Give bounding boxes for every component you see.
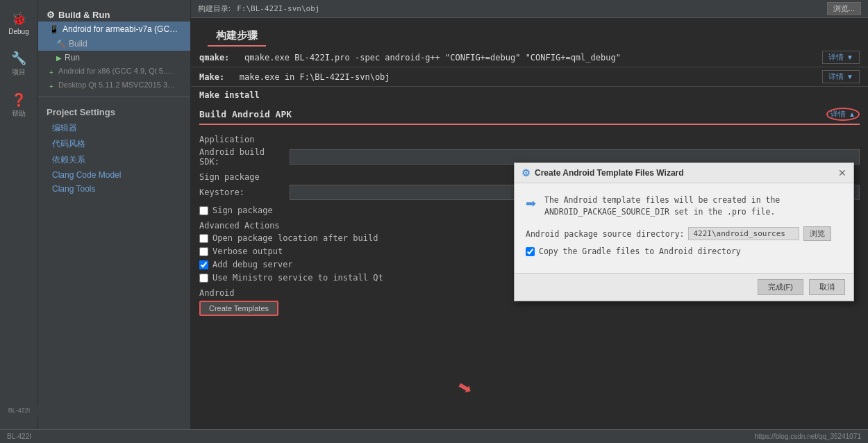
settings-editor[interactable]: 编辑器 xyxy=(38,120,190,136)
project-icon: 🔧 xyxy=(11,51,26,66)
build-sub-item[interactable]: 🔨 Build xyxy=(38,37,190,51)
help-icon: ❓ xyxy=(11,92,26,108)
dialog-browse-button[interactable]: 浏览 xyxy=(803,226,831,241)
dialog-cancel-button[interactable]: 取消 xyxy=(809,279,845,295)
build-run-icon: ⚙ xyxy=(47,10,55,20)
sidebar-project[interactable]: 🔧 项目 xyxy=(0,47,37,81)
desktop-icon: + xyxy=(49,83,53,90)
android-item-icon: 📱 xyxy=(49,25,59,34)
dialog-copy-gradle-label: Copy the Gradle files to Android directo… xyxy=(539,246,741,256)
x86-item[interactable]: + Android for x86 (GCC 4.9, Qt 5.11... xyxy=(38,65,190,78)
main-content: 构建目录: F:\BL-422I-svn\obj 浏览... 构建步骤 qmak… xyxy=(191,0,868,429)
status-right: https://blog.csdn.net/qq_35241071 xyxy=(755,433,861,440)
play-icon: ▶ xyxy=(56,54,62,62)
android-item[interactable]: 📱 Android for armeabi-v7a (GCC ... xyxy=(38,22,190,37)
dialog-overlay: ⚙ Create Android Template Files Wizard ✕… xyxy=(191,0,868,429)
run-sub-item[interactable]: ▶ Run xyxy=(38,51,190,65)
dialog-body: ➡ The Android template files will be cre… xyxy=(515,183,853,274)
settings-code-style[interactable]: 代码风格 xyxy=(38,136,190,152)
dialog-close-button[interactable]: ✕ xyxy=(838,167,846,178)
dialog-source-dir-label: Android package source directory: xyxy=(526,229,684,239)
bottom-sidebar-label: BL-422I xyxy=(0,406,38,415)
dialog-title-bar: ⚙ Create Android Template Files Wizard ✕ xyxy=(515,163,853,183)
settings-dependencies[interactable]: 依赖关系 xyxy=(38,152,190,168)
sidebar-help[interactable]: ❓ 帮助 xyxy=(0,88,37,123)
dialog-footer: 完成(F) 取消 xyxy=(515,273,853,301)
create-templates-dialog: ⚙ Create Android Template Files Wizard ✕… xyxy=(514,162,854,302)
status-left: BL-422I xyxy=(7,433,31,440)
nav-panel: ⚙ Build & Run 📱 Android for armeabi-v7a … xyxy=(38,0,191,429)
dialog-info-row: ➡ The Android template files will be cre… xyxy=(526,194,842,219)
build-icon: 🔨 xyxy=(56,40,66,49)
desktop-item[interactable]: + Desktop Qt 5.11.2 MSVC2015 32bit xyxy=(38,78,190,92)
status-bar: BL-422I https://blog.csdn.net/qq_3524107… xyxy=(0,429,868,443)
settings-clang-tools[interactable]: Clang Tools xyxy=(38,182,190,196)
dialog-info-text: The Android template files will be creat… xyxy=(544,194,780,219)
dialog-copy-gradle-row: Copy the Gradle files to Android directo… xyxy=(526,246,842,256)
project-settings-title: Project Settings xyxy=(38,101,190,120)
settings-clang-model[interactable]: Clang Code Model xyxy=(38,168,190,182)
dialog-source-dir-input[interactable] xyxy=(688,227,799,240)
dialog-arrow-icon: ➡ xyxy=(526,196,536,211)
x86-icon: + xyxy=(49,69,53,76)
dialog-finish-button[interactable]: 完成(F) xyxy=(758,279,803,295)
dialog-copy-gradle-checkbox[interactable] xyxy=(526,247,535,256)
dialog-title: ⚙ Create Android Template Files Wizard xyxy=(521,167,684,178)
debug-icon: 🐞 xyxy=(11,11,26,26)
build-run-title: ⚙ Build & Run xyxy=(38,7,190,22)
sidebar-debug[interactable]: 🐞 Debug xyxy=(0,7,37,40)
dialog-source-dir-row: Android package source directory: 浏览 xyxy=(526,226,842,241)
dialog-gear-icon: ⚙ xyxy=(521,167,531,178)
